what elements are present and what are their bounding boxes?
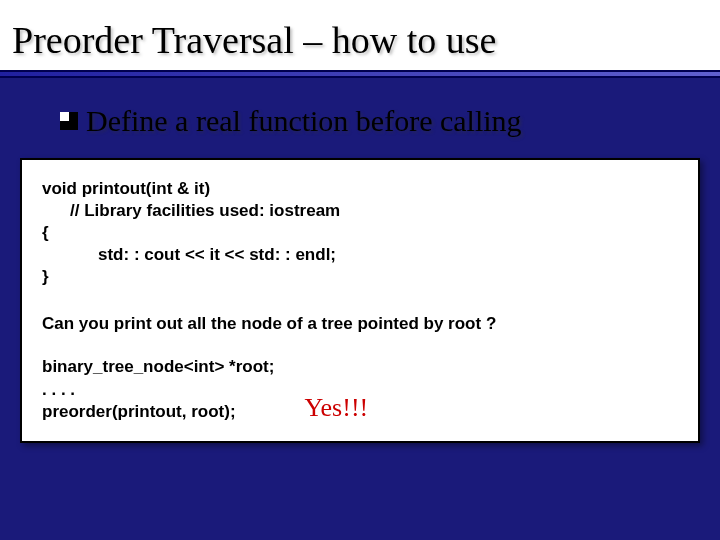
code-box: void printout(int & it) // Library facil… xyxy=(20,158,700,443)
question-text: Can you print out all the node of a tree… xyxy=(42,314,678,334)
bottom-code-block: binary_tree_node<int> *root; . . . . pre… xyxy=(42,356,274,422)
spacer xyxy=(42,288,678,310)
spacer xyxy=(42,334,678,356)
bullet-text: Define a real function before calling xyxy=(86,104,522,138)
code-line: . . . . xyxy=(42,379,274,401)
answer-text: Yes!!! xyxy=(304,393,368,423)
slide-title: Preorder Traversal – how to use xyxy=(12,18,708,62)
code-line: void printout(int & it) xyxy=(42,178,678,200)
title-area: Preorder Traversal – how to use xyxy=(0,0,720,70)
code-line: binary_tree_node<int> *root; xyxy=(42,356,274,378)
content-header: Define a real function before calling xyxy=(0,78,720,148)
code-comment: // Library facilities used: iostream xyxy=(42,200,678,222)
bottom-row: binary_tree_node<int> *root; . . . . pre… xyxy=(42,356,678,422)
code-brace-close: } xyxy=(42,266,678,288)
bullet-row: Define a real function before calling xyxy=(60,104,690,138)
bullet-icon xyxy=(60,112,78,130)
divider-band xyxy=(0,70,720,78)
code-body: std: : cout << it << std: : endl; xyxy=(42,244,678,266)
code-brace-open: { xyxy=(42,222,678,244)
code-line: preorder(printout, root); xyxy=(42,401,274,423)
